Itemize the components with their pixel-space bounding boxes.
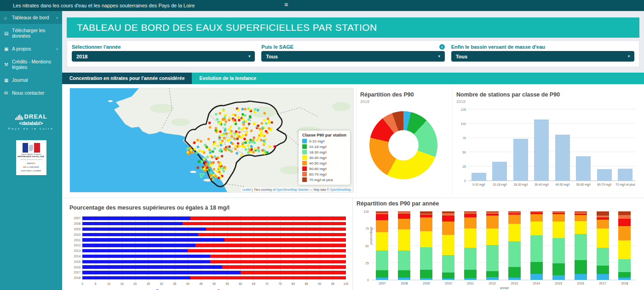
donut-title: Répartition des P90 — [356, 88, 450, 98]
stacked-column — [486, 211, 499, 280]
dashboard-content: Classe P90 par station 0-10 mg/l10-18 mg… — [62, 84, 644, 290]
dreal-region-label: Pays de la Loire — [0, 127, 62, 130]
filter-label: Sélectionner l'année — [72, 44, 255, 50]
donut-chart — [369, 111, 437, 179]
filters-row: Sélectionner l'année2018▾Puis le SAGEiTo… — [67, 40, 639, 67]
stacked-title: Répartition des P90 par année — [356, 200, 638, 207]
legend-swatch — [302, 144, 307, 149]
map-legend-row: 40-50 mg/l — [302, 161, 346, 165]
hamburger-menu-icon[interactable]: ≡ — [284, 1, 288, 8]
sidebar-item[interactable]: ✉Nous contacter — [0, 86, 62, 99]
leaflet-map[interactable]: Classe P90 par station 0-10 mg/l10-18 mg… — [69, 88, 354, 193]
threshold-xticks: 0510152025303540455055606570758085909510… — [82, 282, 346, 287]
legend-swatch — [302, 166, 307, 171]
stations-bar-panel: Nombre de stations par classe de P90 201… — [452, 88, 642, 195]
threshold-chart: 2007200820092010201120122013201420152016… — [69, 216, 347, 281]
filter-select[interactable]: Tous▾ — [451, 51, 634, 62]
stacked-column — [530, 211, 543, 280]
sidebar-item[interactable]: ▤Télécharger les données — [0, 24, 62, 42]
stacked-column — [442, 211, 454, 280]
app-title: Les nitrates dans les cours d'eau et les… — [13, 3, 195, 8]
map-legend-row: 18-30 mg/l — [302, 150, 346, 154]
map-legend-row: 30-40 mg/l — [302, 155, 346, 160]
chevron-left-icon: ‹ — [56, 46, 58, 51]
top-navbar: Les nitrates dans les cours d'eau et les… — [0, 0, 644, 11]
stacked-column — [420, 211, 432, 280]
prefet-label: PRÉFET DE LA RÉGION PAYS DE LA LOIRE — [17, 162, 45, 173]
tab[interactable]: Concentration en nitrates pour l'année c… — [62, 73, 192, 84]
threshold-row: 2011 — [69, 237, 347, 243]
threshold-row: 2015 — [69, 259, 347, 264]
caret-down-icon: ▾ — [628, 54, 630, 58]
map-legend-row: 50-60 mg/l — [302, 166, 346, 171]
sidebar-item[interactable]: ⚒Crédits - Mentions légales — [0, 55, 62, 74]
bar — [472, 173, 486, 181]
map-attribution: Leaflet | Tiles courtesy of OpenStreetMa… — [241, 188, 352, 192]
home-icon: ⌂ — [4, 15, 12, 20]
stacked-columns — [371, 211, 636, 280]
filter-select[interactable]: 2018▾ — [72, 51, 255, 62]
bar — [513, 139, 528, 181]
legend-swatch — [302, 172, 307, 176]
prefet-logo: Liberté • Égalité • Fraternité RÉPUBLIQU… — [16, 140, 46, 175]
stations-bars — [468, 109, 636, 181]
french-flag-icon — [23, 143, 40, 153]
threshold-row: 2013 — [69, 248, 347, 254]
legend-swatch — [302, 161, 307, 165]
legend-swatch — [302, 177, 307, 182]
sidebar-item[interactable]: ▦Journal — [0, 74, 62, 86]
threshold-row: 2014 — [69, 254, 347, 259]
tabs: Concentration en nitrates pour l'année c… — [62, 73, 644, 84]
donut-panel: Répartition des P90 2018 — [356, 88, 450, 195]
threshold-row: 2018 — [69, 275, 347, 281]
stacked-column — [618, 211, 631, 280]
page-title: TABLEAU DE BORD DES EAUX SUPERFICIELLES … — [77, 22, 377, 33]
info-icon[interactable]: i — [439, 44, 445, 50]
dreal-bars-icon — [15, 114, 23, 120]
threshold-row: 2008 — [69, 221, 347, 227]
app-root: Les nitrates dans les cours d'eau et les… — [0, 0, 644, 290]
stacked-column — [376, 211, 388, 280]
stacked-column — [398, 211, 410, 280]
bar — [555, 135, 570, 181]
stations-bar-plot: 0255075100125 — [468, 109, 636, 181]
page-title-banner: TABLEAU DE BORD DES EAUX SUPERFICIELLES … — [67, 17, 639, 38]
bar — [534, 119, 549, 181]
stacked-xlabels: 2007200820092010201120122013201420152016… — [371, 282, 636, 285]
stations-bar-subtitle: 2018 — [453, 98, 642, 104]
gavel-icon: ⚒ — [4, 62, 12, 67]
donut-subtitle: 2018 — [356, 98, 450, 104]
legend-swatch — [302, 155, 307, 160]
tab[interactable]: Evolution de la tendance — [192, 73, 264, 84]
sidebar-item[interactable]: ▣A propos‹ — [0, 42, 62, 55]
filter-column: Enfin le bassin versant de masse d'eauTo… — [451, 44, 634, 62]
sidebar-nav: ⌂Tableaux de bord‹▤Télécharger les donné… — [0, 11, 62, 99]
dreal-datalab-logo: DREAL <datalab/> Pays de la Loire — [0, 113, 62, 130]
threshold-row: 2009 — [69, 227, 347, 232]
map-legend-row: 0-10 mg/l — [302, 139, 346, 143]
filter-select[interactable]: Tous▾ — [261, 51, 444, 62]
stacked-xlabel: annee — [371, 286, 638, 290]
threshold-chart-panel: Pourcentage des mesures supérieures ou é… — [62, 198, 353, 290]
datalab-label: <datalab/> — [0, 120, 62, 126]
caret-down-icon: ▾ — [248, 54, 250, 58]
stacked-chart-plot: pourcentage 0255075100 — [371, 211, 636, 280]
stacked-column — [552, 211, 565, 280]
sidebar: ⌂Tableaux de bord‹▤Télécharger les donné… — [0, 11, 62, 290]
filter-column: Sélectionner l'année2018▾ — [72, 44, 255, 62]
caret-down-icon: ▾ — [438, 54, 440, 58]
filter-column: Puis le SAGEiTous▾ — [261, 44, 444, 62]
stacked-column — [597, 211, 609, 280]
dreal-name: DREAL — [24, 113, 47, 120]
legend-swatch — [302, 150, 307, 154]
chevron-left-icon: ‹ — [56, 15, 58, 20]
main-area: TABLEAU DE BORD DES EAUX SUPERFICIELLES … — [62, 11, 644, 290]
threshold-row: 2017 — [69, 270, 347, 275]
sidebar-item[interactable]: ⌂Tableaux de bord‹ — [0, 11, 62, 24]
book-icon: ▣ — [4, 46, 12, 51]
map-legend-row: 10-18 mg/l — [302, 144, 346, 149]
map-legend-title: Classe P90 par station — [302, 133, 346, 137]
threshold-row: 2012 — [69, 243, 347, 248]
bar — [492, 162, 507, 181]
legend-swatch — [302, 139, 307, 143]
